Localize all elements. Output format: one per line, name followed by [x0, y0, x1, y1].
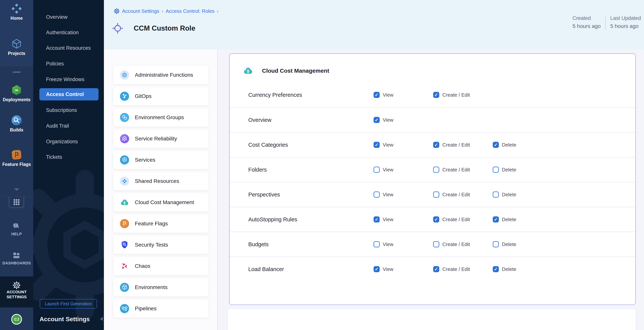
- permission-row-label: Load Balancer: [248, 257, 284, 281]
- sidebar-item-label: Projects: [0, 51, 33, 56]
- module-picker-button[interactable]: [9, 197, 24, 208]
- resource-category-administrative-functions[interactable]: Administrative Functions: [113, 66, 208, 84]
- resource-category-label: Security Tests: [135, 242, 168, 248]
- checkbox-view[interactable]: ✓: [374, 216, 380, 223]
- permission-row: PerspectivesViewCreate / EditDelete: [230, 182, 636, 207]
- checkbox-label: Delete: [502, 217, 516, 223]
- content-area: Account Settings›Access Control: Roles› …: [104, 0, 644, 330]
- permission-cell-view: ✓View: [374, 257, 394, 281]
- launch-first-generation-button[interactable]: Launch First Generation: [40, 299, 97, 308]
- checkbox-create-edit[interactable]: ✓: [433, 92, 439, 98]
- checkbox-create-edit[interactable]: [433, 241, 439, 247]
- checkbox-label: View: [383, 217, 394, 223]
- checkbox-label: Create / Edit: [442, 192, 470, 198]
- cloud-cost-management-icon: $: [243, 66, 253, 76]
- checkbox-view[interactable]: [374, 192, 380, 198]
- page-title: CCM Custom Role: [134, 24, 196, 32]
- subnav-item-authentication[interactable]: Authentication: [33, 26, 104, 39]
- checkbox-view[interactable]: ✓: [374, 266, 380, 272]
- checkbox-create-edit[interactable]: [433, 192, 439, 198]
- resource-category-shared-resources[interactable]: Shared Resources: [113, 172, 208, 190]
- checkbox-view[interactable]: ✓: [374, 92, 380, 98]
- permission-cell-view: ✓View: [374, 132, 394, 157]
- sidebar-item-feature-flags[interactable]: Feature Flags: [0, 149, 33, 167]
- sidebar-item-builds[interactable]: Builds: [0, 115, 33, 132]
- checkbox-delete[interactable]: [493, 167, 499, 173]
- role-meta: Created 5 hours ago Last Updated 5 hours…: [572, 15, 641, 30]
- sidebar-item-deployments[interactable]: ∞Deployments: [0, 85, 33, 102]
- environments-icon: [120, 283, 129, 292]
- checkbox-view[interactable]: [374, 167, 380, 173]
- subnav-item-freeze-windows[interactable]: Freeze Windows: [33, 73, 104, 86]
- resource-category-environment-groups[interactable]: Environment Groups: [113, 108, 208, 127]
- checkbox-create-edit[interactable]: [433, 167, 439, 173]
- dashboards-icon: [13, 252, 20, 259]
- sidebar-item-dashboards[interactable]: DASHBOARDS: [0, 252, 33, 266]
- page-body: Administrative FunctionsGitOpsEnvironmen…: [104, 49, 644, 330]
- checkbox-delete[interactable]: [493, 241, 499, 247]
- checkbox-delete[interactable]: [493, 192, 499, 198]
- resource-category-security-tests[interactable]: Security Tests: [113, 236, 208, 254]
- breadcrumb-link[interactable]: Access Control: Roles: [166, 8, 214, 14]
- checkbox-create-edit[interactable]: ✓: [433, 142, 439, 148]
- checkbox-view[interactable]: ✓: [374, 117, 380, 123]
- shared-resources-icon: [120, 177, 129, 186]
- checkbox-delete[interactable]: ✓: [493, 216, 499, 223]
- subnav-item-organizations[interactable]: Organizations: [33, 135, 104, 148]
- sidebar-item-help[interactable]: ?HELP: [0, 223, 33, 236]
- sidebar-item-account-settings[interactable]: ACCOUNT SETTINGS: [0, 276, 33, 307]
- resource-category-pipelines[interactable]: Pipelines: [113, 299, 208, 318]
- modules-chevron-down-icon[interactable]: [0, 188, 33, 192]
- avatar[interactable]: CJ: [11, 314, 22, 325]
- resource-category-environments[interactable]: Environments: [113, 278, 208, 296]
- permission-cell-delete: ✓Delete: [493, 132, 516, 157]
- resource-category-gitops[interactable]: GitOps: [113, 87, 208, 105]
- permission-cell-delete: ✓Delete: [493, 257, 516, 281]
- resource-category-services[interactable]: Services: [113, 151, 208, 169]
- harness-logo-icon: [11, 3, 22, 14]
- cube-icon: [11, 38, 22, 49]
- permission-row: Cost Categories✓View✓Create / Edit✓Delet…: [230, 132, 636, 157]
- subnav-item-account-resources[interactable]: Account Resources: [33, 42, 104, 54]
- permission-row-label: Overview: [248, 108, 272, 132]
- ccm-icon: $: [120, 198, 129, 207]
- subnav-item-policies[interactable]: Policies: [33, 58, 104, 70]
- checkbox-label: Create / Edit: [442, 142, 470, 148]
- permission-cell-view: ✓View: [374, 207, 394, 232]
- subnav-item-audit-trail[interactable]: Audit Trail: [33, 120, 104, 132]
- breadcrumb: Account Settings›Access Control: Roles›: [114, 8, 219, 14]
- permission-row-label: Cost Categories: [248, 132, 288, 157]
- checkbox-create-edit[interactable]: ✓: [433, 266, 439, 272]
- sidebar-item-projects[interactable]: Projects: [0, 38, 33, 56]
- collapse-nav-icon[interactable]: [99, 316, 104, 322]
- resource-category-label: Shared Resources: [135, 178, 179, 184]
- subnav-item-tickets[interactable]: Tickets: [33, 151, 104, 163]
- checkbox-view[interactable]: [374, 241, 380, 247]
- resource-category-chaos[interactable]: Chaos: [113, 257, 208, 275]
- checkbox-delete[interactable]: ✓: [493, 142, 499, 148]
- svg-text:$: $: [247, 69, 249, 74]
- permission-cell-view: ✓View: [374, 108, 394, 132]
- last-updated-value: 5 hours ago: [610, 23, 641, 29]
- feature-flags-panel: Feature Flags: [228, 309, 636, 330]
- resource-category-cloud-cost-management[interactable]: $Cloud Cost Management: [113, 193, 208, 212]
- feature-flags-icon: [120, 219, 129, 228]
- permission-cell-delete: Delete: [493, 157, 516, 182]
- checkbox-create-edit[interactable]: ✓: [433, 216, 439, 223]
- permission-row: Currency Preferences✓View✓Create / Edit: [230, 82, 636, 107]
- resource-category-feature-flags[interactable]: Feature Flags: [113, 215, 208, 233]
- subnav-item-overview[interactable]: Overview: [33, 11, 104, 23]
- subnav-item-access-control[interactable]: Access Control: [39, 88, 98, 100]
- account-settings-label-line2: SETTINGS: [6, 295, 26, 299]
- checkbox-delete[interactable]: ✓: [493, 266, 499, 272]
- subnav-item-subscriptions[interactable]: Subscriptions: [33, 104, 104, 116]
- checkbox-label: View: [383, 167, 394, 173]
- sidebar-item-home[interactable]: Home: [0, 3, 33, 21]
- checkbox-label: Delete: [502, 192, 516, 198]
- resource-category-service-reliability[interactable]: Service Reliability: [113, 129, 208, 148]
- checkbox-label: View: [383, 266, 394, 272]
- breadcrumb-link[interactable]: Account Settings: [122, 8, 159, 14]
- checkbox-view[interactable]: ✓: [374, 142, 380, 148]
- permission-cell-create-edit: ✓Create / Edit: [433, 132, 470, 157]
- checkbox-label: View: [383, 92, 394, 98]
